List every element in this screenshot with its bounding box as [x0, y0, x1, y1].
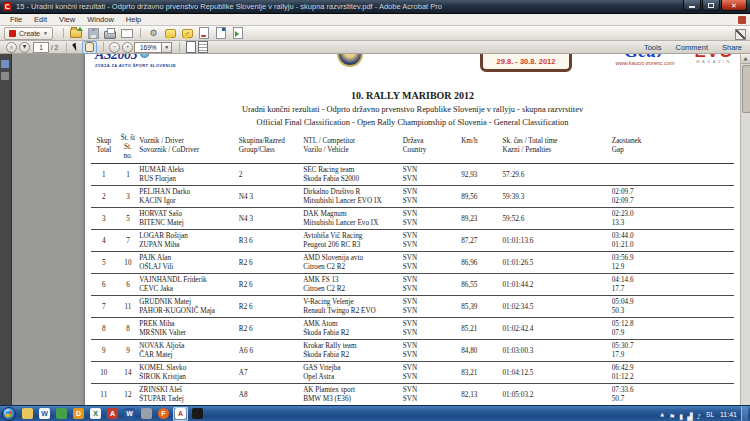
taskbar-app-excel[interactable]: X — [88, 407, 103, 421]
orange-d-app-icon: D — [73, 408, 84, 419]
table-row: 711GRUDNIK MatejPAHOR-KUGONIČ MajaR2 6V-… — [91, 296, 734, 318]
open-file-button[interactable] — [69, 27, 84, 40]
convert-button[interactable] — [231, 27, 246, 40]
table-cell: 57:29.6 — [502, 166, 611, 185]
cell-gap1: 06:42.9 — [612, 364, 732, 373]
start-button[interactable] — [2, 407, 16, 421]
navigation-toolbar: ▲ ▼ / 2 − + 169% ▼ Tools Comment Share — [0, 41, 750, 54]
settings-button[interactable]: ⚙ — [146, 27, 161, 40]
zoom-level-value[interactable]: 169% — [134, 42, 162, 53]
minimize-button[interactable] — [683, 0, 701, 11]
menu-window[interactable]: Window — [81, 15, 120, 24]
window-titlebar: 15 - Uradni končni rezultati - Odprto dr… — [0, 0, 750, 14]
cell-kmh: 89,56 — [438, 193, 500, 202]
menu-edit[interactable]: Edit — [28, 15, 53, 24]
taskbar-app-firefox[interactable]: F — [156, 407, 171, 421]
taskbar-app-acrobat-active[interactable]: A — [173, 407, 188, 421]
network-icon[interactable]: ▟ — [687, 413, 692, 421]
maximize-button[interactable] — [702, 0, 720, 11]
bookmarks-panel-icon[interactable] — [1, 60, 9, 68]
expand-pane-icon[interactable] — [735, 29, 746, 40]
table-cell: 05:12.807.9 — [612, 320, 734, 339]
table-cell: GAS VrtejbaOpel Astra — [303, 364, 403, 383]
print-button[interactable] — [103, 27, 118, 40]
table-cell: SVNSVN — [403, 276, 438, 295]
minimize-icon — [689, 6, 695, 8]
menu-help[interactable]: Help — [120, 15, 147, 24]
pages-panel-icon[interactable] — [1, 72, 9, 80]
table-cell: 59:39.3 — [502, 188, 611, 207]
cell-team: Avtohiša Vič Racing — [303, 232, 401, 241]
show-hidden-icons-icon[interactable]: ▲ — [660, 411, 664, 417]
email-icon — [121, 29, 133, 38]
taskbar-apps: WDXAWFA — [19, 406, 206, 421]
taskbar-app-green-app[interactable] — [54, 407, 69, 421]
cell-kmh: 89,23 — [438, 215, 500, 224]
taskbar-app-word-doc[interactable]: W — [122, 407, 137, 421]
scroll-up-icon[interactable]: ▲ — [741, 54, 750, 64]
menu-view[interactable]: View — [53, 15, 81, 24]
taskbar-app-explorer[interactable] — [20, 407, 35, 421]
cell-team: GAS Vrtejba — [303, 364, 401, 373]
scrollbar-thumb[interactable] — [742, 65, 750, 113]
cell-codriver: ZUPAN Miha — [139, 241, 237, 250]
language-indicator[interactable]: SL — [706, 411, 714, 418]
approve-button[interactable]: ✓ — [180, 27, 195, 40]
taskbar-app-media-app[interactable] — [190, 407, 205, 421]
close-button[interactable]: ✕ — [721, 0, 747, 11]
taskbar-app-pdf-app[interactable]: A — [105, 407, 120, 421]
vertical-scrollbar[interactable]: ▲ — [740, 54, 750, 405]
cell-codriver: ČAR Matej — [139, 351, 237, 360]
save-button[interactable] — [86, 27, 101, 40]
table-cell: 9 — [91, 342, 119, 361]
taskbar-app-orange-d-app[interactable]: D — [71, 407, 86, 421]
show-desktop-button[interactable] — [741, 406, 748, 421]
table-cell: V-Racing VelenjeRenault Twingo R2 EVO — [303, 298, 403, 317]
comment-panel-button[interactable]: Comment — [675, 43, 708, 52]
cell-kmh: 84,80 — [438, 347, 500, 356]
table-cell: 10 — [91, 364, 119, 383]
table-row: 66VAJNHANDL FriderikCEVC JakaR2 6AMK FS … — [91, 274, 734, 296]
cell-vehicle: Škoda Fabia S2000 — [303, 175, 401, 184]
tools-panel-button[interactable]: Tools — [644, 43, 662, 52]
battery-icon[interactable]: ▮ — [679, 413, 683, 421]
taskbar-clock[interactable]: 11:41 — [720, 411, 737, 418]
email-button[interactable] — [120, 27, 135, 40]
continuous-view-icon[interactable] — [198, 41, 208, 53]
column-header-line: Skup — [91, 137, 117, 146]
page-number-input[interactable] — [33, 42, 49, 53]
column-header-line: Država — [403, 137, 436, 146]
previous-page-button[interactable]: ▲ — [6, 42, 17, 53]
single-page-view-icon[interactable] — [186, 41, 196, 53]
signature-button[interactable] — [197, 27, 212, 40]
table-cell: A7 — [239, 364, 303, 383]
volume-icon[interactable]: ♪ — [697, 413, 701, 421]
zoom-in-button[interactable]: + — [122, 42, 133, 53]
taskbar-app-word[interactable]: W — [37, 407, 52, 421]
cell-kmh: 83,21 — [438, 369, 500, 378]
zoom-out-button[interactable]: − — [109, 42, 120, 53]
export-page-icon — [216, 27, 226, 39]
cell-no: 14 — [119, 369, 138, 378]
share-panel-button[interactable]: Share — [722, 43, 742, 52]
media-app-icon — [192, 408, 203, 419]
menu-file[interactable]: File — [4, 15, 28, 24]
cell-gap2: 02:09.7 — [612, 197, 732, 206]
export-button[interactable] — [214, 27, 229, 40]
table-cell: 7 — [119, 232, 140, 251]
taskbar-app-gray-app[interactable] — [139, 407, 154, 421]
zoom-dropdown-caret[interactable]: ▼ — [162, 42, 172, 53]
cell-no: 9 — [119, 347, 138, 356]
select-tool-icon[interactable] — [72, 43, 80, 52]
action-center-icon[interactable]: ⚑ — [669, 413, 675, 421]
signature-page-icon — [199, 27, 209, 39]
comment-button[interactable] — [163, 27, 178, 40]
hand-tool-button[interactable] — [82, 41, 97, 54]
cell-gap1: 02:09.7 — [612, 188, 732, 197]
cell-time: 01:04:12.5 — [502, 369, 609, 378]
cell-group: A7 — [239, 369, 301, 378]
approve-bubble-icon: ✓ — [182, 29, 193, 38]
next-page-button[interactable]: ▼ — [19, 42, 30, 53]
table-cell: SVNSVN — [403, 232, 438, 251]
create-button[interactable]: Create ▼ — [4, 27, 53, 40]
